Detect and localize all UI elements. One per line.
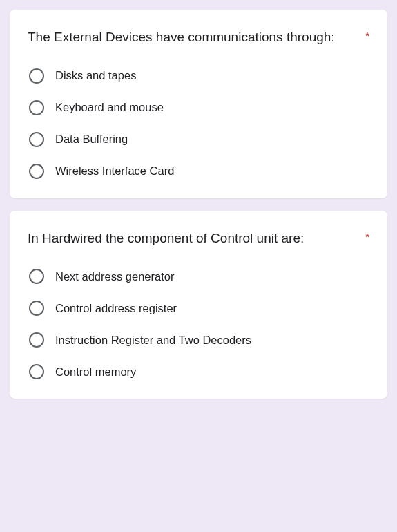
radio-option[interactable]: Keyboard and mouse bbox=[29, 100, 369, 115]
question-card: The External Devices have communications… bbox=[10, 10, 387, 198]
question-card: In Hardwired the component of Control un… bbox=[10, 211, 387, 399]
option-label: Wireless Interface Card bbox=[55, 164, 174, 178]
radio-option[interactable]: Control memory bbox=[29, 364, 369, 379]
option-label: Instruction Register and Two Decoders bbox=[55, 334, 251, 347]
radio-option[interactable]: Data Buffering bbox=[29, 132, 369, 147]
question-header: In Hardwired the component of Control un… bbox=[28, 229, 369, 249]
options-list: Disks and tapes Keyboard and mouse Data … bbox=[28, 68, 369, 179]
radio-option[interactable]: Disks and tapes bbox=[29, 68, 369, 84]
required-indicator: * bbox=[365, 231, 369, 242]
radio-circle-icon bbox=[29, 132, 44, 147]
required-indicator: * bbox=[365, 30, 369, 41]
radio-circle-icon bbox=[29, 100, 44, 115]
radio-option[interactable]: Instruction Register and Two Decoders bbox=[29, 332, 369, 348]
question-title: In Hardwired the component of Control un… bbox=[28, 229, 365, 249]
option-label: Control address register bbox=[55, 302, 177, 315]
radio-option[interactable]: Wireless Interface Card bbox=[29, 164, 369, 179]
radio-circle-icon bbox=[29, 364, 44, 379]
radio-circle-icon bbox=[29, 164, 44, 179]
option-label: Next address generator bbox=[55, 270, 174, 283]
question-header: The External Devices have communications… bbox=[28, 28, 369, 48]
radio-circle-icon bbox=[29, 301, 44, 316]
question-title: The External Devices have communications… bbox=[28, 28, 365, 48]
option-label: Control memory bbox=[55, 365, 136, 379]
radio-circle-icon bbox=[29, 269, 44, 284]
radio-circle-icon bbox=[29, 68, 44, 84]
option-label: Keyboard and mouse bbox=[55, 101, 164, 114]
radio-option[interactable]: Control address register bbox=[29, 301, 369, 316]
radio-circle-icon bbox=[29, 332, 44, 348]
option-label: Data Buffering bbox=[55, 133, 128, 146]
radio-option[interactable]: Next address generator bbox=[29, 269, 369, 284]
options-list: Next address generator Control address r… bbox=[28, 269, 369, 379]
option-label: Disks and tapes bbox=[55, 69, 136, 82]
